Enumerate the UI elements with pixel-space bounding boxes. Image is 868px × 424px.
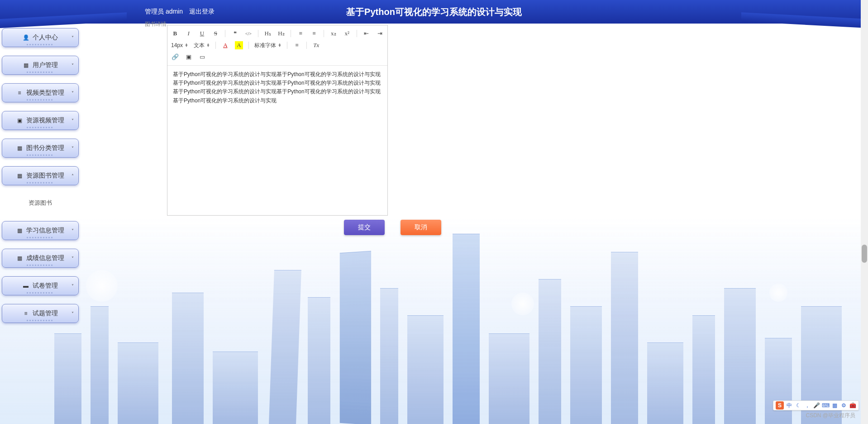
monitor-icon: ▬ [23,283,29,289]
list-icon: ≡ [16,90,23,96]
person-icon: 👤 [23,34,29,41]
chevron-up-icon: ˄ [72,173,74,178]
image-icon[interactable]: ▣ [185,53,193,61]
scrollbar-thumb[interactable] [862,245,867,263]
sidebar-item-study-info[interactable]: ▦ 学习信息管理 ˅ [2,221,79,240]
sidebar-item-users[interactable]: ▦ 用户管理 ˅ [2,56,79,75]
sidebar-item-label: 试题管理 [33,309,58,318]
chevron-down-icon: ˅ [72,311,74,316]
sidebar-item-label: 学习信息管理 [26,226,64,235]
chevron-down-icon: ˅ [72,35,74,40]
chevron-down-icon: ˅ [72,146,74,151]
underline-icon[interactable]: U [198,29,206,38]
align-icon[interactable]: ≡ [293,41,301,49]
ime-moon-icon[interactable]: ☾ [795,402,802,409]
bg-color-icon[interactable]: A [235,41,243,49]
submit-button[interactable]: 提交 [344,220,385,235]
video-icon[interactable]: ▭ [198,53,206,61]
h2-icon[interactable]: H₂ [277,29,286,38]
ime-lang-icon[interactable]: 中 [786,402,793,409]
sidebar-item-score-info[interactable]: ▦ 成绩信息管理 ˅ [2,249,79,268]
sidebar-item-label: 个人中心 [33,34,58,42]
sidebar-item-label: 成绩信息管理 [26,254,64,262]
rich-text-editor: B I U S ❝ </> H₁ H₂ ≡ ≡ x₂ x² ⇤ ⇥ 14px ▲… [167,25,388,216]
csdn-watermark: CSDN @毕业程序员 [806,412,855,419]
font-family-select[interactable]: 标准字体 ▲▼ [254,42,281,49]
grid-icon: ▦ [16,227,23,234]
ime-skin-icon[interactable]: ▦ [831,402,838,409]
chevron-down-icon: ˅ [72,63,74,68]
grid-icon: ▦ [16,173,23,179]
ordered-list-icon[interactable]: ≡ [296,29,305,38]
sidebar-item-resource-book[interactable]: ▦ 资源图书管理 ˄ [2,166,79,185]
sidebar-item-label: 资源视频管理 [26,116,64,125]
sidebar-item-resource-video[interactable]: ▣ 资源视频管理 ˅ [2,111,79,130]
ime-tray: S 中 ☾ ， 🎤 ⌨ ▦ ⚙ 🧰 [773,400,859,410]
ime-keyboard-icon[interactable]: ⌨ [822,402,829,409]
ime-comma-icon[interactable]: ， [804,402,811,409]
sidebar-item-label: 资源图书管理 [26,172,64,180]
sidebar-item-label: 图书分类管理 [26,144,64,152]
paragraph-select[interactable]: 文本 ▲▼ [194,42,210,49]
editor-toolbar: B I U S ❝ </> H₁ H₂ ≡ ≡ x₂ x² ⇤ ⇥ 14px ▲… [167,25,387,66]
admin-label: 管理员 admin [145,8,183,15]
chevron-down-icon: ˅ [72,256,74,261]
unordered-list-icon[interactable]: ≡ [310,29,318,38]
indent-increase-icon[interactable]: ⇥ [376,29,384,38]
header-bar: 管理员 admin 退出登录 基于Python可视化的学习系统的设计与实现 [0,0,868,24]
logout-link[interactable]: 退出登录 [189,8,215,15]
bold-icon[interactable]: B [171,29,179,38]
sidebar-item-question[interactable]: ≡ 试题管理 ˅ [2,304,79,323]
indent-decrease-icon[interactable]: ⇤ [362,29,370,38]
chevron-down-icon: ˅ [72,228,74,233]
grid-icon: ▦ [23,62,29,68]
page-title: 基于Python可视化的学习系统的设计与实现 [346,6,522,18]
sidebar-item-label: 用户管理 [33,61,58,69]
sidebar-item-video-type[interactable]: ≡ 视频类型管理 ˅ [2,83,79,102]
cancel-button[interactable]: 取消 [401,220,441,235]
italic-icon[interactable]: I [185,29,193,38]
ime-flag-icon[interactable]: S [776,401,784,410]
link-icon[interactable]: 🔗 [171,53,179,61]
font-color-icon[interactable]: A [221,41,229,49]
vertical-scrollbar[interactable] [861,0,868,424]
editor-content-area[interactable]: 基于Python可视化的学习系统的设计与实现基于Python可视化的学习系统的设… [167,66,387,215]
ime-mic-icon[interactable]: 🎤 [813,402,820,409]
sidebar-sub-resource-book[interactable]: 资源图书 [2,194,79,212]
sidebar-item-label: 试卷管理 [33,282,58,290]
sidebar-sub-label: 资源图书 [29,199,52,207]
chevron-down-icon: ˅ [72,118,74,123]
sidebar-item-paper[interactable]: ▬ 试卷管理 ˅ [2,276,79,295]
code-icon[interactable]: </> [244,29,253,38]
sidebar: 👤 个人中心 ˅ ▦ 用户管理 ˅ ≡ 视频类型管理 ˅ ▣ 资源视频管理 ˅ … [2,28,79,332]
sidebar-item-book-category[interactable]: ▦ 图书分类管理 ˅ [2,139,79,158]
subscript-icon[interactable]: x₂ [329,29,338,38]
list-icon: ≡ [23,310,29,317]
h1-icon[interactable]: H₁ [264,29,272,38]
form-field-label: 图书详情 [145,20,167,28]
font-size-select[interactable]: 14px ▲▼ [171,42,188,48]
ime-toolbox-icon[interactable]: 🧰 [849,402,856,409]
grid-icon: ▦ [16,145,23,151]
ime-settings-icon[interactable]: ⚙ [840,402,847,409]
chevron-down-icon: ˅ [72,284,74,289]
quote-icon[interactable]: ❝ [231,29,239,38]
sidebar-item-profile[interactable]: 👤 个人中心 ˅ [2,28,79,47]
clear-format-icon[interactable]: Tx [312,41,320,49]
superscript-icon[interactable]: x² [343,29,351,38]
video-icon: ▣ [16,117,23,124]
sidebar-item-label: 视频类型管理 [26,89,64,97]
grid-icon: ▦ [16,255,23,261]
strike-icon[interactable]: S [211,29,219,38]
background-skyline [0,216,868,424]
chevron-down-icon: ˅ [72,91,74,96]
